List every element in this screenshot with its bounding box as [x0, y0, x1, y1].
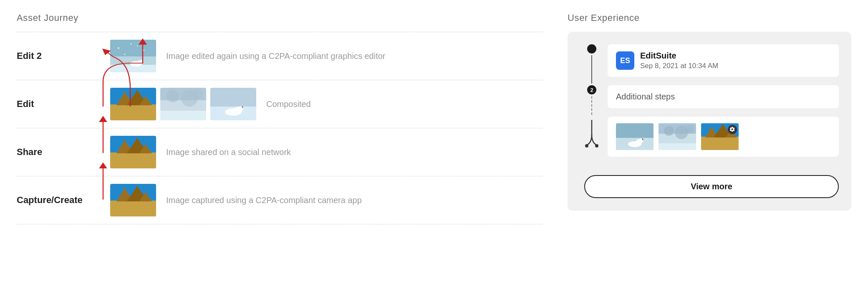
- edit2-images: [110, 40, 156, 72]
- capture-images: [110, 184, 156, 216]
- svg-point-21: [167, 90, 179, 102]
- gear-icon: [729, 127, 735, 132]
- edit2-description: Image edited again using a C2PA-complian…: [166, 50, 542, 62]
- journey-row-edit: Edit: [17, 80, 542, 128]
- timeline-line-1: [591, 55, 592, 84]
- asset-journey-title: Asset Journey: [17, 13, 542, 23]
- view-more-button[interactable]: View more: [584, 175, 839, 198]
- timeline: ES EditSuite Sep 8, 2021 at 10:34 AM 2: [584, 44, 839, 165]
- svg-point-48: [642, 139, 643, 140]
- ux-panel: ES EditSuite Sep 8, 2021 at 10:34 AM 2: [568, 32, 851, 211]
- editsuite-icon: ES: [616, 51, 634, 70]
- edit2-image: [110, 40, 156, 72]
- svg-rect-36: [110, 201, 156, 216]
- branch-icon: [584, 120, 599, 149]
- user-experience-section: User Experience ES: [568, 13, 851, 224]
- timeline-line-2: [591, 96, 592, 115]
- share-description: Image shared on a social network: [166, 146, 542, 158]
- capture-label: Capture/Create: [17, 195, 100, 206]
- svg-point-6: [131, 43, 132, 45]
- svg-point-42: [595, 144, 598, 148]
- svg-rect-56: [701, 137, 739, 150]
- origin-thumb-snow: [659, 123, 696, 150]
- svg-rect-14: [110, 104, 156, 120]
- timeline-dot-solid: [587, 44, 596, 53]
- share-image-pyramids: [110, 136, 156, 168]
- svg-rect-51: [659, 143, 696, 150]
- timeline-content-origins: [608, 117, 839, 165]
- origins-card: [608, 117, 839, 157]
- edit-images: [110, 88, 256, 120]
- svg-point-8: [124, 54, 126, 55]
- timeline-left-2: 2: [584, 85, 599, 117]
- origin-thumb-pyramids: [701, 123, 739, 150]
- timeline-item-origins: [584, 117, 839, 165]
- edit2-label: Edit 2: [17, 51, 100, 61]
- svg-point-9: [137, 46, 138, 47]
- journey-row-share: Share Image shared on a social network: [17, 128, 542, 176]
- share-images: [110, 136, 156, 168]
- journey-row-edit2: Edit 2: [17, 32, 542, 80]
- svg-point-5: [118, 47, 119, 49]
- svg-point-23: [193, 89, 203, 99]
- asset-journey-section: Asset Journey Edit 2: [17, 13, 542, 224]
- journey-row-capture: Capture/Create Image captured using a C2…: [17, 176, 542, 224]
- svg-rect-20: [160, 111, 206, 120]
- main-container: Asset Journey Edit 2: [17, 13, 851, 224]
- gear-badge: [728, 125, 737, 134]
- timeline-content-additional: Additional steps: [608, 85, 839, 117]
- svg-point-52: [664, 126, 674, 136]
- timeline-left-3: [584, 117, 599, 149]
- additional-steps-text: Additional steps: [616, 92, 675, 102]
- user-experience-title: User Experience: [568, 13, 851, 23]
- svg-point-29: [242, 107, 243, 108]
- svg-rect-31: [110, 153, 156, 168]
- edit-description: Composited: [266, 98, 542, 110]
- timeline-item-editsuite: ES EditSuite Sep 8, 2021 at 10:34 AM: [584, 44, 839, 85]
- edit-image-pyramids: [110, 88, 156, 120]
- svg-point-54: [686, 125, 694, 133]
- origin-thumb-bear: [616, 123, 654, 150]
- timeline-item-additional: 2 Additional steps: [584, 85, 839, 117]
- capture-image-pyramids: [110, 184, 156, 216]
- additional-steps-card: Additional steps: [608, 85, 839, 108]
- timeline-dot-number: 2: [587, 85, 596, 94]
- share-label: Share: [17, 147, 100, 158]
- timeline-left-1: [584, 44, 599, 85]
- editsuite-card: ES EditSuite Sep 8, 2021 at 10:34 AM: [608, 44, 839, 77]
- edit-image-snow: [160, 88, 206, 120]
- journey-table: Edit 2: [17, 32, 542, 224]
- svg-point-7: [143, 49, 144, 51]
- svg-point-41: [585, 144, 588, 148]
- editsuite-info: EditSuite Sep 8, 2021 at 10:34 AM: [640, 51, 718, 70]
- edit-image-bear: [210, 88, 256, 120]
- editsuite-date: Sep 8, 2021 at 10:34 AM: [640, 62, 718, 70]
- svg-point-12: [141, 60, 143, 62]
- editsuite-abbr: ES: [620, 56, 630, 65]
- editsuite-name: EditSuite: [640, 51, 718, 61]
- edit-label: Edit: [17, 99, 100, 109]
- capture-description: Image captured using a C2PA-compliant ca…: [166, 194, 542, 206]
- timeline-content-editsuite: ES EditSuite Sep 8, 2021 at 10:34 AM: [608, 44, 839, 85]
